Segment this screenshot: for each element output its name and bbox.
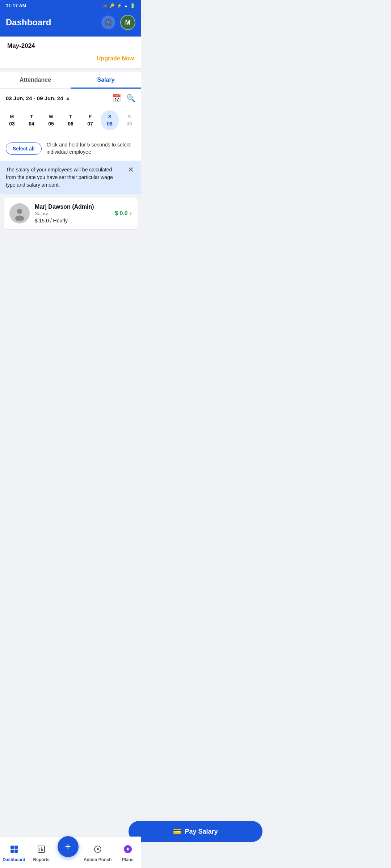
day-letter: F — [89, 114, 92, 119]
employee-type: Salary — [35, 211, 110, 216]
day-letter: S — [108, 114, 112, 119]
day-num: 03 — [9, 121, 15, 127]
key-icon: 🔑 — [109, 3, 115, 8]
select-all-row: Select all Click and hold for 5 seconds … — [0, 136, 141, 161]
day-05[interactable]: W 05 — [42, 110, 60, 130]
date-range-label: 03 Jun, 24 - 09 Jun, 24 — [6, 95, 63, 101]
bluetooth-icon: ⚡ — [117, 3, 122, 8]
search-button[interactable]: 🔍 — [126, 94, 135, 102]
status-right: 📹 🔑 ⚡ ▲ 🔋 — [102, 3, 135, 8]
date-actions: 📅 🔍 — [112, 94, 135, 102]
tab-salary[interactable]: Salary — [71, 72, 141, 89]
day-letter: W — [49, 114, 53, 119]
wifi-icon: ▲ — [124, 3, 128, 8]
employee-amount: $ 0.0 — [115, 210, 128, 217]
info-banner-text: The salary of your employees will be cal… — [6, 166, 123, 189]
day-08[interactable]: S 08 — [101, 110, 119, 130]
employee-rate: $ 15.0 / Hourly — [35, 218, 110, 224]
chevron-up-icon: ▲ — [65, 95, 70, 101]
main-content: May-2024 Upgrade Now Attendance Salary 0… — [0, 37, 141, 284]
time-display: 11:17 AM — [6, 3, 26, 8]
day-num: 07 — [87, 121, 93, 127]
video-icon: 📹 — [102, 3, 108, 8]
date-range-text[interactable]: 03 Jun, 24 - 09 Jun, 24 ▲ — [6, 95, 70, 101]
month-card: May-2024 Upgrade Now — [0, 37, 141, 69]
employee-avatar — [9, 203, 30, 224]
avatar[interactable]: M — [120, 15, 135, 30]
header-actions: 🎧 M — [101, 15, 135, 30]
day-06[interactable]: T 06 — [62, 110, 80, 130]
upgrade-now-button[interactable]: Upgrade Now — [97, 55, 134, 62]
day-letter: T — [69, 114, 72, 119]
day-letter: M — [10, 114, 14, 119]
select-hint-text: Click and hold for 5 seconds to select i… — [47, 141, 135, 156]
day-selector: M 03 T 04 W 05 T 06 F 07 S 08 S 09 — [0, 107, 141, 136]
day-04[interactable]: T 04 — [22, 110, 41, 130]
day-num: 06 — [68, 121, 73, 127]
day-09[interactable]: S 09 — [120, 110, 138, 130]
employee-card[interactable]: Marj Dawson (Admin) Salary $ 15.0 / Hour… — [4, 197, 138, 229]
day-letter: S — [128, 114, 131, 119]
day-num: 08 — [107, 121, 113, 127]
svg-point-1 — [17, 209, 22, 214]
tab-bar: Attendance Salary — [0, 72, 141, 89]
date-range-row: 03 Jun, 24 - 09 Jun, 24 ▲ 📅 🔍 — [0, 89, 141, 107]
day-num: 04 — [29, 121, 34, 127]
calendar-button[interactable]: 📅 — [112, 94, 121, 102]
day-07[interactable]: F 07 — [81, 110, 99, 130]
status-bar: 11:17 AM 📹 🔑 ⚡ ▲ 🔋 — [0, 0, 141, 11]
month-display: May-2024 — [7, 42, 134, 50]
page-title: Dashboard — [6, 17, 51, 27]
tab-attendance[interactable]: Attendance — [0, 72, 71, 89]
app-header: Dashboard 🎧 M — [0, 11, 141, 37]
day-num: 09 — [126, 121, 132, 127]
employee-name: Marj Dawson (Admin) — [35, 204, 110, 210]
chevron-right-icon: › — [130, 210, 132, 217]
day-letter: T — [30, 114, 33, 119]
close-banner-button[interactable]: ✕ — [126, 166, 135, 173]
day-03[interactable]: M 03 — [3, 110, 21, 130]
day-num: 05 — [48, 121, 54, 127]
select-all-button[interactable]: Select all — [6, 142, 42, 155]
battery-icon: 🔋 — [130, 3, 135, 8]
employee-info: Marj Dawson (Admin) Salary $ 15.0 / Hour… — [35, 204, 110, 224]
employee-salary: $ 0.0 › — [115, 210, 132, 217]
status-left: 11:17 AM — [6, 3, 26, 8]
headset-button[interactable]: 🎧 — [101, 16, 115, 29]
info-banner: The salary of your employees will be cal… — [0, 161, 141, 194]
